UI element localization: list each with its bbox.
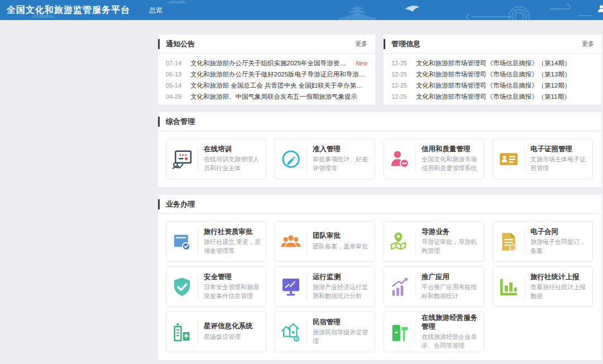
info-date: 12-25 <box>391 82 416 89</box>
card-title: 信用和质量管理 <box>422 145 480 154</box>
card-online-training[interactable]: 在线培训 在线培训文旅管理人员和行业主体 <box>166 138 266 179</box>
contract-seal-icon <box>493 231 524 253</box>
card-desc: 在线培训文旅管理人员和行业主体 <box>204 155 262 173</box>
main-content: 通知公告 更多 07-14 文化和旅游部办公厅关于组织实施2025年全国导游资格… <box>158 35 602 360</box>
homestay-gear-icon <box>275 321 307 343</box>
notice-panel-header: 通知公告 更多 <box>158 35 375 54</box>
notice-more-link[interactable]: 更多 <box>355 40 367 48</box>
card-desc: 日常安全管理和旅游突发事件信息管理 <box>204 283 262 300</box>
pencil-circle-icon <box>275 148 307 170</box>
accent-bar <box>158 199 160 209</box>
card-safety-management[interactable]: 安全管理 日常安全管理和旅游突发事件信息管理 <box>166 266 266 307</box>
comprehensive-header: 综合管理 <box>158 112 602 131</box>
card-admission-management[interactable]: 准入管理 审批事项统计、好差评管理等 <box>275 138 375 179</box>
notice-text: 文化和旅游部办公厅关于组织实施2025年全国导游资格考试的通知 <box>190 59 352 68</box>
accent-bar <box>158 39 160 49</box>
training-icon <box>166 148 198 170</box>
info-more-link[interactable]: 更多 <box>582 40 594 48</box>
notice-date: 06-13 <box>166 71 190 78</box>
notice-date: 05-14 <box>166 82 190 89</box>
card-title: 团队审批 <box>313 232 368 241</box>
notice-text: 文化和旅游部、中国气象局联合发布五一假期旅游气象提示 <box>190 93 357 101</box>
info-item[interactable]: 12-25 文化和旅游部市场管理司《市场信息摘报》（第12期） <box>391 80 594 91</box>
notice-panel-title: 通知公告 <box>166 39 195 49</box>
user-minus-icon <box>384 148 415 170</box>
folder-check-icon <box>166 231 198 253</box>
card-desc: 星级饭店管理 <box>204 333 253 341</box>
growth-arrow-icon <box>384 276 415 298</box>
card-title: 在线培训 <box>204 145 262 154</box>
card-title: 在线旅游经营服务管理 <box>422 314 480 331</box>
nav-overview[interactable]: 总览 <box>149 6 162 15</box>
shield-check-icon <box>166 276 198 298</box>
business-cards: 旅行社资质审批 旅行社设立,变更，质保金管理等 <box>158 214 602 352</box>
card-operation-monitoring[interactable]: 运行监测 旅游产业经济运行监测和数据统计分析 <box>275 266 375 307</box>
business-header: 业务办理 <box>158 195 602 214</box>
monitor-chart-icon <box>275 276 307 298</box>
card-agency-qualification[interactable]: 旅行社资质审批 旅行社设立,变更，质保金管理等 <box>166 221 266 262</box>
card-title: 民宿管理 <box>313 318 371 327</box>
hotel-buildings-icon <box>166 321 198 343</box>
card-title: 电子证照管理 <box>530 145 589 154</box>
notice-item[interactable]: 04-29 文化和旅游部、中国气象局联合发布五一假期旅游气象提示 <box>166 91 367 102</box>
comprehensive-section: 综合管理 在线培训 在线培 <box>158 112 602 187</box>
info-list: 12-25 文化和旅游部市场管理司《市场信息摘报》（第14期） 12-25 文化… <box>384 54 602 102</box>
card-title: 电子合同 <box>530 228 589 237</box>
card-homestay-management[interactable]: 民宿管理 旅游民宿等级评定管理 <box>275 312 375 352</box>
info-item[interactable]: 12-25 文化和旅游部市场管理司《市场信息摘报》（第14期） <box>391 58 594 69</box>
accent-bar <box>158 117 160 127</box>
card-title: 准入管理 <box>313 145 371 154</box>
card-title: 运行监测 <box>313 273 371 282</box>
card-online-travel-service[interactable]: 在线旅游经营服务管理 在线旅游经营企业名录、合同等管理 <box>384 312 484 352</box>
platform-title: 全国文化和旅游监管服务平台 <box>7 4 130 16</box>
info-text: 文化和旅游部市场管理司《市场信息摘报》（第14期） <box>416 59 571 68</box>
door-sign-icon <box>384 321 415 343</box>
business-section: 业务办理 旅行社资质审批 旅行社设立,变更，质保金管理等 <box>158 195 602 360</box>
card-desc: 旅游产业经济运行监测和数据统计分析 <box>313 283 371 300</box>
card-promotion-application[interactable]: 推广应用 平台推广应用考核指标和数据统计 <box>384 266 484 307</box>
card-desc: 团队备案，盖章审批 <box>313 242 368 251</box>
comprehensive-title: 综合管理 <box>166 117 195 127</box>
card-guide-business[interactable]: 导游业务 导游证审批，导游机构管理 <box>384 221 484 262</box>
info-text: 文化和旅游部市场管理司《市场信息摘报》（第13期） <box>416 70 571 79</box>
card-desc: 旅行社设立,变更，质保金管理等 <box>204 238 262 255</box>
card-desc: 审批事项统计、好差评管理等 <box>313 155 371 173</box>
card-desc: 导游证审批，导游机构管理 <box>422 238 480 255</box>
card-elicense-management[interactable]: 电子证照管理 文旅市场主体电子证照管理 <box>492 138 593 179</box>
info-panel-header: 管理信息 更多 <box>384 35 602 54</box>
notice-date: 07-14 <box>166 60 190 66</box>
accent-bar <box>384 39 385 49</box>
info-item[interactable]: 12-25 文化和旅游部市场管理司《市场信息摘报》（第11期） <box>391 91 594 102</box>
notice-text: 文化和旅游部办公厅关于做好2025版电子导游证启用和导游身份标识卡申领换发工..… <box>190 70 367 79</box>
map-pin-icon <box>384 231 415 253</box>
card-team-approval[interactable]: 团队审批 团队备案，盖章审批 <box>275 221 375 262</box>
card-star-rating-system[interactable]: 星评信息化系统 星级饭店管理 <box>166 312 266 352</box>
card-credit-quality[interactable]: 信用和质量管理 全国文化和旅游市场信用和质量管理系统 <box>384 138 484 179</box>
card-econtract[interactable]: 电子合同 旅游电子合同签订，备案 <box>492 221 593 262</box>
info-item[interactable]: 12-25 文化和旅游部市场管理司《市场信息摘报》（第13期） <box>391 69 594 80</box>
user-icon[interactable] <box>597 4 603 15</box>
card-title: 安全管理 <box>204 273 262 282</box>
card-agency-statistics[interactable]: 旅行社统计上报 查看旅行社统计上报数据 <box>492 266 593 307</box>
notice-date: 04-29 <box>166 93 190 100</box>
card-desc: 旅游电子合同签订，备案 <box>530 238 589 255</box>
info-date: 12-25 <box>391 60 416 66</box>
card-desc: 平台推广应用考核指标和数据统计 <box>422 283 480 300</box>
info-panel: 管理信息 更多 12-25 文化和旅游部市场管理司《市场信息摘报》（第14期） … <box>384 35 602 104</box>
card-title: 旅行社统计上报 <box>530 273 589 282</box>
card-title: 推广应用 <box>422 273 480 282</box>
notice-text: 文化和旅游部 全国总工会 共青团中央 全国妇联关于举办第六届全国导游大赛的通知 <box>190 82 367 90</box>
business-title: 业务办理 <box>166 199 195 209</box>
notice-item[interactable]: 07-14 文化和旅游部办公厅关于组织实施2025年全国导游资格考试的通知 Ne… <box>166 58 367 69</box>
notice-item[interactable]: 06-13 文化和旅游部办公厅关于做好2025版电子导游证启用和导游身份标识卡申… <box>166 69 367 80</box>
card-title: 旅行社资质审批 <box>204 228 262 237</box>
card-desc: 在线旅游经营企业名录、合同等管理 <box>422 333 480 350</box>
notice-item[interactable]: 05-14 文化和旅游部 全国总工会 共青团中央 全国妇联关于举办第六届全国导游… <box>166 80 367 91</box>
team-icon <box>275 231 307 253</box>
info-panel-title: 管理信息 <box>391 39 420 49</box>
card-desc: 旅游民宿等级评定管理 <box>313 328 371 346</box>
info-text: 文化和旅游部市场管理司《市场信息摘报》（第11期） <box>416 93 570 101</box>
id-card-icon <box>493 148 524 170</box>
new-badge: New <box>356 60 367 66</box>
notice-list: 07-14 文化和旅游部办公厅关于组织实施2025年全国导游资格考试的通知 Ne… <box>158 54 375 102</box>
